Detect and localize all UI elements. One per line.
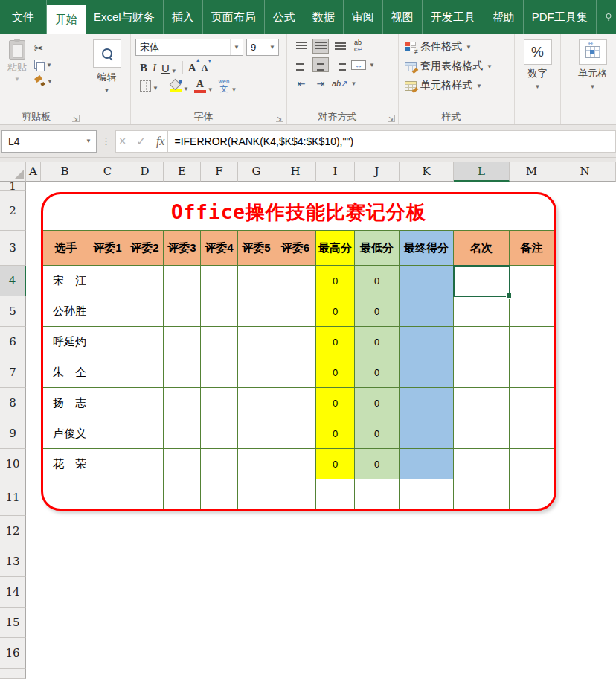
- cells-dropdown-arrow[interactable]: ▼: [590, 83, 596, 90]
- judge5-score-cell[interactable]: [238, 388, 275, 418]
- ribbon-tab-开发工具[interactable]: 开发工具: [423, 0, 484, 34]
- max-score-cell[interactable]: 0: [316, 327, 355, 357]
- format-as-table-button[interactable]: 套用表格格式▼: [405, 57, 514, 76]
- alignment-dialog-launcher[interactable]: ↘: [388, 115, 395, 122]
- judge5-score-cell[interactable]: [238, 449, 275, 479]
- row-header-9[interactable]: 9: [0, 418, 26, 449]
- wrap-text-button[interactable]: abc↵: [354, 39, 363, 53]
- scoreboard-header-评委5[interactable]: 评委5: [238, 231, 275, 266]
- judge4-score-cell[interactable]: [201, 388, 238, 418]
- empty-cell[interactable]: [454, 479, 510, 509]
- select-all-corner[interactable]: [0, 162, 26, 182]
- bold-button[interactable]: B: [140, 62, 147, 74]
- rank-cell[interactable]: [454, 449, 510, 479]
- final-score-cell[interactable]: [400, 357, 454, 388]
- min-score-cell[interactable]: 0: [355, 296, 400, 327]
- judge2-score-cell[interactable]: [126, 327, 164, 357]
- judge6-score-cell[interactable]: [275, 449, 316, 479]
- empty-cell[interactable]: [126, 479, 164, 509]
- column-header-J[interactable]: J: [355, 162, 400, 182]
- borders-button[interactable]: ▼: [140, 80, 158, 92]
- align-middle-button[interactable]: [312, 39, 329, 54]
- empty-cell[interactable]: [89, 479, 126, 509]
- remark-cell[interactable]: [510, 449, 554, 479]
- scoreboard-header-选手[interactable]: 选手: [43, 231, 89, 266]
- player-name-cell[interactable]: 朱 仝: [43, 357, 89, 388]
- max-score-cell[interactable]: 0: [316, 388, 355, 418]
- min-score-cell[interactable]: 0: [355, 327, 400, 357]
- max-score-cell[interactable]: 0: [316, 296, 355, 327]
- min-score-cell[interactable]: 0: [355, 357, 400, 388]
- empty-cell[interactable]: [275, 479, 316, 509]
- column-header-G[interactable]: G: [238, 162, 275, 182]
- player-name-cell[interactable]: 公孙胜: [43, 296, 89, 327]
- judge2-score-cell[interactable]: [126, 418, 164, 449]
- grow-font-button[interactable]: A: [188, 62, 196, 74]
- insert-function-icon[interactable]: fx: [156, 135, 165, 148]
- empty-cell[interactable]: [510, 479, 554, 509]
- final-score-cell[interactable]: [400, 296, 454, 327]
- row-header-1[interactable]: 1: [0, 182, 26, 191]
- ribbon-tab-审阅[interactable]: 审阅: [344, 0, 383, 34]
- formula-input[interactable]: =IFERROR(RANK(K4,$K$4:$K$10),""): [168, 130, 616, 153]
- judge4-score-cell[interactable]: [201, 296, 238, 327]
- scoreboard-header-最高分[interactable]: 最高分: [316, 231, 355, 266]
- underline-button[interactable]: U: [161, 62, 170, 74]
- min-score-cell[interactable]: 0: [355, 388, 400, 418]
- font-name-combo[interactable]: 宋体 ▼: [135, 39, 243, 56]
- judge6-score-cell[interactable]: [275, 388, 316, 418]
- empty-cell[interactable]: [400, 479, 454, 509]
- ribbon-tab-插入[interactable]: 插入: [164, 0, 203, 34]
- align-center-button[interactable]: [312, 57, 329, 72]
- player-name-cell[interactable]: 卢俊义: [43, 418, 89, 449]
- empty-cell[interactable]: [201, 479, 238, 509]
- judge4-score-cell[interactable]: [201, 357, 238, 388]
- font-color-button[interactable]: A ▼: [194, 79, 214, 93]
- column-header-D[interactable]: D: [126, 162, 164, 182]
- judge5-score-cell[interactable]: [238, 357, 275, 388]
- edit-search-button[interactable]: [93, 39, 121, 68]
- column-header-L[interactable]: L: [454, 162, 510, 182]
- player-name-cell[interactable]: 花 荣: [43, 449, 89, 479]
- scoreboard-header-最终得分[interactable]: 最终得分: [400, 231, 454, 266]
- conditional-formatting-button[interactable]: ≠ 条件格式▼: [405, 37, 514, 57]
- judge3-score-cell[interactable]: [164, 327, 201, 357]
- judge5-score-cell[interactable]: [238, 266, 275, 296]
- judge1-score-cell[interactable]: [89, 296, 126, 327]
- judge1-score-cell[interactable]: [89, 266, 126, 296]
- phonetic-guide-button[interactable]: wén文 ▼: [219, 79, 237, 93]
- increase-indent-button[interactable]: ⇥: [312, 76, 329, 91]
- final-score-cell[interactable]: [400, 418, 454, 449]
- max-score-cell[interactable]: 0: [316, 418, 355, 449]
- cancel-icon[interactable]: ×: [119, 135, 126, 148]
- ribbon-tab-公式[interactable]: 公式: [265, 0, 304, 34]
- row-header-10[interactable]: 10: [0, 449, 26, 479]
- column-header-B[interactable]: B: [41, 162, 89, 182]
- scoreboard-header-备注[interactable]: 备注: [510, 231, 554, 266]
- name-box-dropdown-arrow[interactable]: ▼: [81, 138, 96, 144]
- ribbon-tab-Excel与财务[interactable]: Excel与财务: [86, 0, 164, 34]
- ribbon-tab-PDF工具集[interactable]: PDF工具集: [524, 0, 597, 34]
- align-top-button[interactable]: [293, 39, 309, 54]
- name-box[interactable]: L4 ▼: [1, 130, 97, 153]
- column-header-F[interactable]: F: [201, 162, 238, 182]
- font-dialog-launcher[interactable]: ↘: [276, 115, 283, 122]
- player-name-cell[interactable]: 宋 江: [43, 266, 89, 296]
- scoreboard-header-名次[interactable]: 名次: [454, 231, 510, 266]
- judge3-score-cell[interactable]: [164, 357, 201, 388]
- row-header-5[interactable]: 5: [0, 296, 26, 327]
- column-header-A[interactable]: A: [26, 162, 41, 182]
- row-header-8[interactable]: 8: [0, 388, 26, 418]
- row-header-12[interactable]: 12: [0, 516, 26, 546]
- judge3-score-cell[interactable]: [164, 388, 201, 418]
- ribbon-tab-文件[interactable]: 文件: [0, 0, 47, 34]
- judge1-score-cell[interactable]: [89, 418, 126, 449]
- row-header-16[interactable]: 16: [0, 638, 26, 669]
- scoreboard-header-评委1[interactable]: 评委1: [89, 231, 126, 266]
- final-score-cell[interactable]: [400, 266, 454, 296]
- judge2-score-cell[interactable]: [126, 388, 164, 418]
- empty-cell[interactable]: [355, 479, 400, 509]
- max-score-cell[interactable]: 0: [316, 449, 355, 479]
- remark-cell[interactable]: [510, 296, 554, 327]
- align-right-button[interactable]: [332, 57, 348, 72]
